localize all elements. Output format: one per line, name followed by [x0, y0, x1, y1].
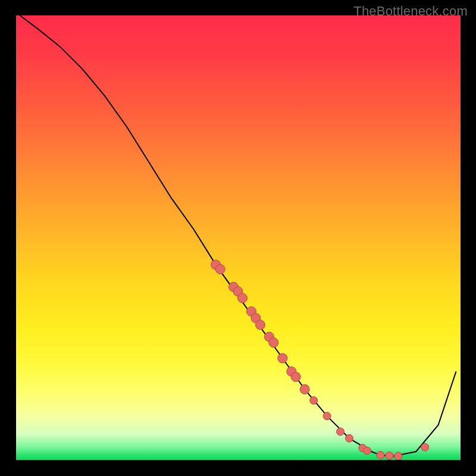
data-point — [337, 428, 345, 436]
data-point — [363, 447, 371, 455]
data-point — [278, 353, 287, 363]
data-point — [377, 452, 384, 459]
watermark-text: TheBottleneck.com — [353, 4, 468, 19]
data-point — [300, 384, 309, 394]
data-point — [346, 434, 353, 442]
axes-group — [15, 15, 461, 461]
data-point — [255, 320, 265, 330]
data-point — [386, 452, 393, 459]
data-point — [394, 452, 402, 460]
chart-svg — [15, 15, 461, 461]
bottleneck-curve-group — [20, 15, 456, 456]
data-point — [310, 397, 318, 405]
data-point — [421, 443, 429, 451]
data-point — [323, 412, 331, 420]
data-point — [269, 338, 278, 347]
data-point — [238, 293, 248, 303]
data-point — [291, 372, 300, 381]
bottleneck-curve — [20, 15, 456, 456]
data-points-group — [211, 260, 429, 460]
data-point — [215, 264, 225, 274]
plot-area — [15, 15, 461, 461]
chart-stage: TheBottleneck.com — [0, 0, 476, 476]
